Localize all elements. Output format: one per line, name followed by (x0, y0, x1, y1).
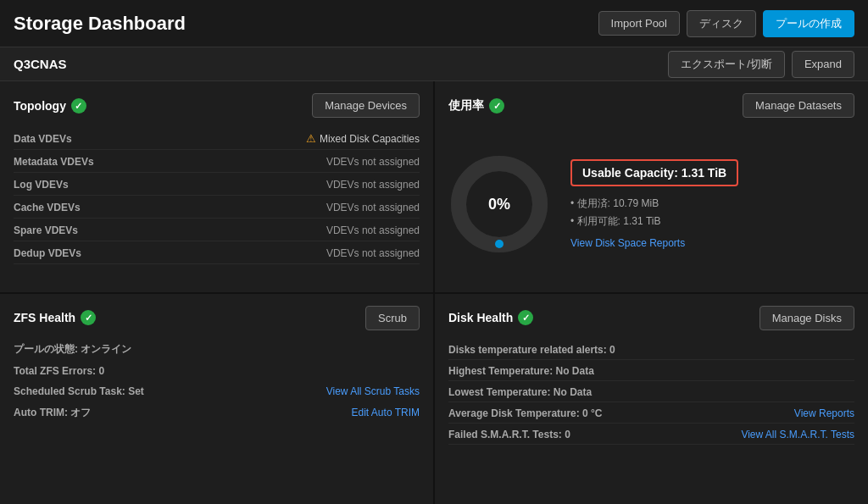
edit-auto-trim-link[interactable]: Edit Auto TRIM (352, 407, 420, 418)
topology-row: Data VDEVs⚠Mixed Disk Capacities (14, 128, 420, 150)
zfs-title: ZFS Health ✓ (14, 310, 96, 325)
topology-status-icon: ✓ (71, 98, 86, 114)
warning-icon: ⚠ (306, 132, 316, 145)
donut-percent-label: 0% (488, 195, 510, 213)
pool-status-row: プールの状態: オンライン (14, 341, 420, 358)
topology-row-value: VDEVs not assigned (326, 224, 420, 236)
usage-info: Usable Capacity: 1.31 TiB 使用済: 10.79 MiB… (570, 159, 854, 249)
available-label: 利用可能 (577, 215, 618, 227)
disk-health-title: Disk Health ✓ (448, 310, 533, 325)
topology-row-label: Data VDEVs (14, 133, 72, 145)
usage-label: 使用率 (448, 98, 484, 114)
topology-row-value: VDEVs not assigned (326, 202, 420, 213)
disk-row-link[interactable]: View All S.M.A.R.T. Tests (741, 429, 854, 440)
page-title: Storage Dashboard (14, 13, 186, 35)
manage-devices-button[interactable]: Manage Devices (312, 93, 420, 118)
disk-row: Disks temperature related alerts: 0 (448, 341, 854, 360)
zfs-status-icon: ✓ (81, 310, 96, 325)
used-label: 使用済 (577, 197, 608, 209)
export-button[interactable]: エクスポート/切断 (668, 51, 785, 78)
disk-health-status-icon: ✓ (518, 310, 533, 325)
usable-capacity-box: Usable Capacity: 1.31 TiB (570, 159, 738, 186)
topology-rows: Data VDEVs⚠Mixed Disk CapacitiesMetadata… (14, 128, 420, 264)
usage-status-icon: ✓ (489, 98, 504, 114)
topology-row-label: Dedup VDEVs (14, 247, 81, 259)
disk-rows: Disks temperature related alerts: 0Highe… (448, 341, 854, 445)
expand-button[interactable]: Expand (792, 51, 854, 78)
used-stat: 使用済: 10.79 MiB (570, 195, 854, 213)
pool-status-label: プールの状態: オンライン (14, 342, 131, 357)
disk-row-label: Highest Temperature: No Data (448, 365, 594, 377)
topology-row: Cache VDEVsVDEVs not assigned (14, 197, 420, 219)
disk-row-label: Disks temperature related alerts: 0 (448, 344, 615, 356)
disk-row: Highest Temperature: No Data (448, 362, 854, 381)
available-value: 1.31 TiB (623, 215, 660, 227)
topology-row-label: Cache VDEVs (14, 202, 81, 213)
topology-row: Spare VDEVsVDEVs not assigned (14, 220, 420, 241)
auto-trim-row: Auto TRIM: オフ Edit Auto TRIM (14, 404, 420, 422)
total-errors-label: Total ZFS Errors: 0 (14, 365, 104, 377)
total-errors-row: Total ZFS Errors: 0 (14, 363, 420, 379)
disk-row-label: Lowest Temperature: No Data (448, 386, 592, 398)
topology-row-label: Spare VDEVs (14, 224, 78, 236)
pool-bar: Q3CNAS エクスポート/切断 Expand (0, 47, 868, 81)
topology-row-value: VDEVs not assigned (326, 156, 420, 168)
usable-capacity-label: Usable Capacity: (582, 166, 678, 180)
topology-row-value: VDEVs not assigned (326, 179, 420, 191)
disk-row: Average Disk Temperature: 0 °CView Repor… (448, 404, 854, 424)
create-pool-button[interactable]: プールの作成 (763, 10, 854, 37)
used-value: 10.79 MiB (613, 197, 659, 209)
topology-row-label: Log VDEVs (14, 179, 69, 191)
manage-datasets-button[interactable]: Manage Datasets (743, 93, 854, 118)
topology-header: Topology ✓ Manage Devices (14, 93, 420, 118)
header: Storage Dashboard Import Pool ディスク プールの作… (0, 0, 868, 47)
available-stat: 利用可能: 1.31 TiB (570, 213, 854, 230)
disk-row-label: Failed S.M.A.R.T. Tests: 0 (448, 429, 570, 440)
scrub-button[interactable]: Scrub (365, 306, 420, 330)
topology-panel: Topology ✓ Manage Devices Data VDEVs⚠Mix… (0, 81, 433, 292)
manage-disks-button[interactable]: Manage Disks (760, 306, 854, 330)
topology-row-value: VDEVs not assigned (326, 247, 420, 259)
usage-body: 0% Usable Capacity: 1.31 TiB 使用済: 10.79 … (448, 128, 854, 280)
disk-button[interactable]: ディスク (687, 10, 756, 37)
usage-title: 使用率 ✓ (448, 98, 504, 114)
donut-indicator (495, 240, 504, 248)
main-content: Topology ✓ Manage Devices Data VDEVs⚠Mix… (0, 81, 868, 504)
zfs-label: ZFS Health (14, 311, 75, 324)
view-scrub-tasks-link[interactable]: View All Scrub Tasks (326, 385, 420, 397)
disk-health-label: Disk Health (448, 311, 513, 324)
import-pool-button[interactable]: Import Pool (598, 11, 680, 36)
pool-name: Q3CNAS (14, 57, 67, 71)
scrub-task-row: Scheduled Scrub Task: Set View All Scrub… (14, 384, 420, 399)
topology-row-label: Metadata VDEVs (14, 156, 94, 168)
zfs-header: ZFS Health ✓ Scrub (14, 306, 420, 330)
zfs-rows: プールの状態: オンライン Total ZFS Errors: 0 Schedu… (14, 341, 420, 422)
donut-container: 0% (448, 153, 550, 255)
header-buttons: Import Pool ディスク プールの作成 (598, 10, 854, 37)
topology-row: Dedup VDEVsVDEVs not assigned (14, 243, 420, 264)
view-disk-space-reports-link[interactable]: View Disk Space Reports (570, 237, 854, 249)
disk-row: Lowest Temperature: No Data (448, 383, 854, 402)
topology-title: Topology ✓ (14, 98, 86, 114)
disk-row: Failed S.M.A.R.T. Tests: 0View All S.M.A… (448, 425, 854, 445)
usage-stats: 使用済: 10.79 MiB 利用可能: 1.31 TiB (570, 195, 854, 230)
pool-bar-buttons: エクスポート/切断 Expand (668, 51, 854, 78)
topology-row-value: ⚠Mixed Disk Capacities (306, 132, 420, 145)
usable-capacity-value: 1.31 TiB (682, 166, 726, 180)
topology-row: Log VDEVsVDEVs not assigned (14, 174, 420, 196)
topology-row: Metadata VDEVsVDEVs not assigned (14, 152, 420, 173)
disk-health-header: Disk Health ✓ Manage Disks (448, 306, 854, 330)
disk-row-label: Average Disk Temperature: 0 °C (448, 407, 603, 419)
auto-trim-label: Auto TRIM: オフ (14, 406, 91, 420)
usage-header: 使用率 ✓ Manage Datasets (448, 93, 854, 118)
topology-label: Topology (14, 99, 66, 113)
disk-health-panel: Disk Health ✓ Manage Disks Disks tempera… (435, 294, 868, 505)
zfs-health-panel: ZFS Health ✓ Scrub プールの状態: オンライン Total Z… (0, 294, 433, 505)
disk-row-link[interactable]: View Reports (794, 407, 854, 419)
usage-panel: 使用率 ✓ Manage Datasets 0% Usable Capacity… (435, 81, 868, 292)
scrub-task-label: Scheduled Scrub Task: Set (14, 385, 144, 397)
